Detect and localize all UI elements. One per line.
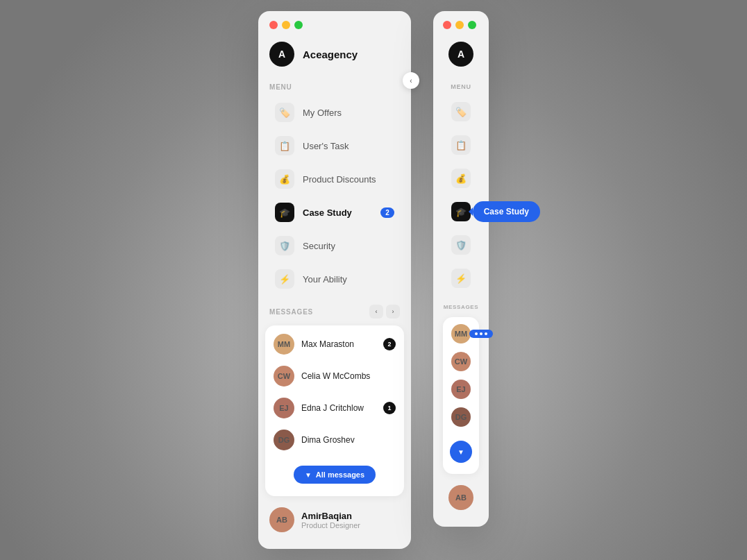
user-role: Product Designer — [301, 521, 360, 529]
messages-next-button[interactable]: › — [386, 305, 400, 319]
collapsed-user-profile: AB — [433, 477, 489, 513]
collapsed-nav-item-product-discounts[interactable]: 💰 — [444, 162, 478, 194]
menu-section-label: MENU — [258, 78, 411, 95]
nav-label-case-study: Case Study — [303, 207, 372, 218]
collapsed-message-edna[interactable]: EJ — [443, 375, 479, 403]
nav-label-security: Security — [303, 241, 394, 251]
collapsed-messages-header: MESSAGES — [433, 296, 489, 314]
collapsed-close-button[interactable] — [443, 21, 451, 29]
user-profile: AB AmirBaqian Product Designer — [258, 499, 411, 535]
collapsed-messages-card: MM CW EJ DG ▼ — [443, 317, 479, 474]
nav-item-case-study[interactable]: 🎓 Case Study 2 — [264, 196, 405, 228]
nav-item-your-ability[interactable]: ⚡ Your Ability — [264, 263, 405, 295]
collapsed-minimize-button[interactable] — [455, 21, 464, 29]
message-item-dima[interactable]: DG Dima Groshev — [265, 424, 404, 456]
brand-header: A Aceagency — [258, 36, 411, 78]
nav-item-product-discounts[interactable]: 💰 Product Discounts — [264, 163, 405, 195]
collapsed-case-study-icon: 🎓 — [451, 202, 471, 221]
user-info: AmirBaqian Product Designer — [301, 511, 360, 529]
message-badge-max: 2 — [383, 338, 396, 350]
nav-label-your-ability: Your Ability — [303, 274, 394, 285]
panels-container: ‹ A Aceagency MENU 🏷️ My Offers 📋 User's… — [258, 11, 489, 549]
brand-logo-letter: A — [278, 49, 285, 60]
messages-header: MESSAGES ‹ › — [258, 296, 411, 323]
messages-card: MM Max Maraston 2 CW Celia W McCombs EJ … — [265, 325, 404, 496]
collapsed-nav-item-case-study[interactable]: 🎓 Case Study — [444, 196, 478, 228]
collapsed-traffic-lights — [433, 11, 489, 36]
user-name: AmirBaqian — [301, 511, 360, 521]
case-study-badge: 2 — [380, 207, 394, 218]
collapsed-avatar-max: MM — [451, 324, 471, 343]
collapsed-nav-item-your-ability[interactable]: ⚡ — [444, 262, 478, 294]
message-name-max: Max Maraston — [301, 339, 376, 349]
collapsed-messages-label: MESSAGES — [444, 304, 478, 310]
collapsed-nav-item-users-task[interactable]: 📋 — [444, 129, 478, 161]
message-item-max[interactable]: MM Max Maraston 2 — [265, 328, 404, 360]
nav-item-my-offers[interactable]: 🏷️ My Offers — [264, 96, 405, 128]
all-messages-label: All messages — [316, 470, 364, 479]
offers-icon: 🏷️ — [275, 103, 294, 122]
message-name-dima: Dima Groshev — [301, 435, 396, 445]
collapsed-avatar-celia: CW — [451, 352, 471, 371]
avatar-dima: DG — [274, 430, 294, 450]
message-item-celia[interactable]: CW Celia W McCombs — [265, 360, 404, 392]
collapsed-brand-logo-letter: A — [458, 49, 464, 60]
collapsed-message-max[interactable]: MM — [443, 320, 479, 348]
message-badge-edna: 1 — [383, 402, 396, 414]
discounts-icon: 💰 — [275, 169, 294, 189]
expanded-panel: ‹ A Aceagency MENU 🏷️ My Offers 📋 User's… — [258, 11, 411, 549]
more-options-button[interactable] — [469, 330, 493, 338]
case-study-icon: 🎓 — [275, 203, 294, 222]
collapsed-avatar-dima: DG — [451, 407, 471, 427]
nav-item-security[interactable]: 🛡️ Security — [264, 230, 405, 262]
avatar-celia: CW — [274, 366, 294, 387]
minimize-button[interactable] — [282, 21, 290, 29]
brand-name: Aceagency — [303, 49, 358, 60]
collapsed-user-avatar: AB — [448, 485, 473, 510]
messages-prev-button[interactable]: ‹ — [369, 305, 383, 319]
traffic-lights — [258, 11, 411, 36]
collapsed-all-messages-button[interactable]: ▼ — [450, 441, 472, 463]
ability-icon: ⚡ — [275, 269, 294, 289]
nav-item-users-task[interactable]: 📋 User's Task — [264, 130, 405, 162]
close-button[interactable] — [269, 21, 278, 29]
user-avatar: AB — [269, 507, 294, 532]
task-icon: 📋 — [275, 136, 294, 155]
collapsed-brand-header: A — [433, 36, 489, 78]
collapsed-ability-icon: ⚡ — [451, 269, 471, 288]
messages-nav: ‹ › — [369, 305, 400, 319]
nav-label-users-task: User's Task — [303, 141, 394, 151]
maximize-button[interactable] — [294, 21, 303, 29]
all-messages-button[interactable]: ▼ All messages — [294, 466, 376, 484]
security-icon: 🛡️ — [275, 236, 294, 255]
collapsed-offers-icon: 🏷️ — [451, 102, 471, 121]
avatar-edna: EJ — [274, 398, 294, 418]
collapse-button[interactable]: ‹ — [403, 72, 419, 89]
collapsed-maximize-button[interactable] — [468, 21, 476, 29]
collapsed-menu-section-label: MENU — [433, 78, 489, 94]
nav-label-product-discounts: Product Discounts — [303, 174, 394, 185]
nav-label-my-offers: My Offers — [303, 108, 394, 118]
collapsed-dropdown-icon: ▼ — [458, 448, 464, 456]
avatar-max: MM — [274, 334, 294, 355]
collapsed-avatar-edna: EJ — [451, 380, 471, 399]
collapsed-task-icon: 📋 — [451, 135, 471, 155]
message-name-edna: Edna J Critchlow — [301, 403, 376, 413]
collapsed-brand-logo: A — [448, 42, 473, 67]
messages-section-label: MESSAGES — [269, 308, 313, 316]
dropdown-icon: ▼ — [305, 471, 312, 479]
collapsed-message-dima[interactable]: DG — [443, 403, 479, 431]
collapsed-discounts-icon: 💰 — [451, 169, 471, 188]
collapsed-nav-item-my-offers[interactable]: 🏷️ — [444, 96, 478, 128]
brand-logo: A — [269, 42, 294, 67]
collapsed-panel: A MENU 🏷️ 📋 💰 🎓 Case Study 🛡️ ⚡ — [433, 11, 489, 527]
collapsed-security-icon: 🛡️ — [451, 235, 471, 255]
collapsed-nav-item-security[interactable]: 🛡️ — [444, 229, 478, 261]
message-item-edna[interactable]: EJ Edna J Critchlow 1 — [265, 392, 404, 424]
collapsed-message-celia[interactable]: CW — [443, 348, 479, 375]
message-name-celia: Celia W McCombs — [301, 371, 396, 381]
